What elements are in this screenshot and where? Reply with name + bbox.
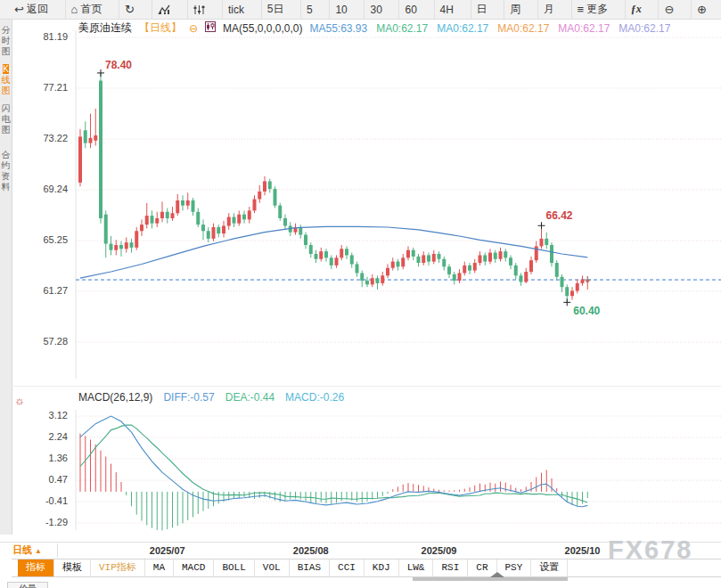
interval-5min-button[interactable]: 5 <box>300 0 318 19</box>
candle-style-icon[interactable] <box>205 21 216 35</box>
fx678-watermark: FX678 <box>608 535 692 565</box>
price-tick-label: 65.25 <box>25 234 68 245</box>
price-tick-label: 73.22 <box>25 133 68 143</box>
interval-tick-button[interactable]: tick <box>222 0 250 19</box>
interval-60min-button[interactable]: 60 <box>398 0 422 19</box>
back-button[interactable]: ↩返回 <box>9 0 53 19</box>
macd-params: MACD(26,12,9) <box>78 391 152 404</box>
more-button[interactable]: ≡更多 <box>571 0 614 19</box>
partial-bottom-tab[interactable]: 价量 <box>7 582 48 588</box>
date-tick-label: 2025/09 <box>413 545 466 556</box>
formula-button[interactable]: ƒx <box>625 0 647 19</box>
symbol-name: 美原油连续 <box>78 20 132 36</box>
macd-values: DIFF:-0.57DEA:-0.44MACD:-0.26 <box>163 391 344 404</box>
zoom-out-icon: ⊖ <box>664 4 674 15</box>
date-tick-label: 2025/08 <box>284 545 338 556</box>
back-arrow-icon: ↩ <box>14 4 24 15</box>
tab-kdj[interactable]: KDJ <box>365 559 399 576</box>
current-period-label[interactable]: 日线▲ <box>12 543 58 558</box>
home-icon: ⌂ <box>71 4 78 15</box>
macd-tick-label: 3.12 <box>25 410 68 421</box>
macd-value: MACD:-0.26 <box>285 391 344 404</box>
candles <box>78 73 589 302</box>
interval-5day-button[interactable]: 5日 <box>261 0 290 19</box>
period-tag: 【日线】 <box>139 20 182 36</box>
macd-value: DEA:-0.44 <box>225 391 274 404</box>
macd-chart[interactable] <box>12 388 721 541</box>
macd-tick-label: 2.24 <box>25 431 68 442</box>
zoom-in-icon: ⊕ <box>697 4 707 15</box>
macd-histogram <box>80 434 587 531</box>
svg-text:78.40: 78.40 <box>105 59 132 71</box>
horizontal-scrollbar-track[interactable] <box>413 577 568 581</box>
price-tick-label: 81.19 <box>25 31 68 42</box>
sidebar-item-kline-chart[interactable]: K线图 <box>0 64 12 96</box>
date-tick-label: 2025/10 <box>556 545 610 556</box>
macd-tick-label: -0.41 <box>25 495 68 506</box>
tab-ma[interactable]: MA <box>145 559 174 576</box>
sidebar-item-contract-info[interactable]: 合约资料 <box>0 150 12 192</box>
scrollbar-expand-arrow[interactable] <box>490 572 504 577</box>
refresh-button[interactable]: ↻ <box>119 0 140 19</box>
back-label: 返回 <box>27 2 48 17</box>
bar-chart-icon <box>158 4 171 15</box>
interval-day-button[interactable]: 日 <box>471 0 493 19</box>
zoom-in-button[interactable]: ⊕ <box>691 0 712 19</box>
ma-value: MA55:63.93 <box>309 22 367 35</box>
trading-chart-app: ↩返回 ⌂首页 ↻ tick 5日 5 10 30 60 4H 日 周 月 ≡更… <box>0 0 721 588</box>
tab-bias[interactable]: BIAS <box>290 559 330 576</box>
svg-text:60.40: 60.40 <box>573 305 600 317</box>
tab-vip-indicators[interactable]: VIP指标 <box>91 559 145 576</box>
macd-tick-label: 1.36 <box>25 453 68 463</box>
interval-30min-button[interactable]: 30 <box>364 0 387 19</box>
triangle-up-icon: ▲ <box>35 547 42 555</box>
pane-divider <box>12 386 721 387</box>
tab-cci[interactable]: CCI <box>330 559 365 576</box>
svg-text:66.42: 66.42 <box>546 209 573 222</box>
tab-boll[interactable]: BOLL <box>214 559 254 576</box>
collapse-icon[interactable]: ⊖ <box>189 22 198 35</box>
tab-rsi[interactable]: RSI <box>433 559 468 576</box>
price-tick-label: 69.24 <box>25 184 68 194</box>
sliders-icon <box>193 4 205 15</box>
kline-label: 线图 <box>2 75 11 95</box>
menu-icon: ≡ <box>578 4 585 15</box>
interval-week-button[interactable]: 周 <box>504 0 526 19</box>
ma-params: MA(55,0,0,0,0,0) <box>223 22 302 35</box>
tab-lw[interactable]: LW& <box>399 559 434 576</box>
price-tick-label: 61.27 <box>25 285 68 296</box>
home-button[interactable]: ⌂首页 <box>65 0 108 19</box>
ma-value: MA0:62.17 <box>437 22 488 35</box>
interval-month-button[interactable]: 月 <box>537 0 560 19</box>
zoom-out-button[interactable]: ⊖ <box>658 0 679 19</box>
macd-tick-label: -1.29 <box>25 517 68 527</box>
chart-style-button[interactable] <box>152 0 176 19</box>
top-toolbar: ↩返回 ⌂首页 ↻ tick 5日 5 10 30 60 4H 日 周 月 ≡更… <box>0 0 721 20</box>
interval-10min-button[interactable]: 10 <box>329 0 352 19</box>
fx-icon: ƒx <box>631 3 642 16</box>
date-tick-label: 2025/07 <box>141 545 194 556</box>
price-gridlines <box>76 30 721 379</box>
refresh-icon: ↻ <box>125 4 135 15</box>
tab-indicators[interactable]: 指标 <box>18 559 54 576</box>
home-label: 首页 <box>80 2 102 17</box>
sidebar-item-time-chart[interactable]: 分时图 <box>0 25 12 57</box>
kline-active-badge: K <box>3 64 9 74</box>
indicator-settings-icon[interactable]: ☼ <box>14 394 25 407</box>
tab-settings[interactable]: 设置 <box>531 559 568 576</box>
ma-value: MA0:62.17 <box>497 22 549 35</box>
tab-vol[interactable]: VOL <box>255 559 290 576</box>
interval-4h-button[interactable]: 4H <box>434 0 459 19</box>
candlestick-chart[interactable]: 78.4066.4260.40 <box>12 20 721 386</box>
price-tick-label: 57.28 <box>25 336 68 347</box>
macd-value: DIFF:-0.57 <box>163 391 214 404</box>
sidebar-item-lightning-chart[interactable]: 闪电图 <box>0 103 12 135</box>
tab-templates[interactable]: 模板 <box>54 559 91 576</box>
ma-value: MA0:62.17 <box>619 22 670 35</box>
indicator-sliders-button[interactable] <box>187 0 210 19</box>
price-tick-label: 77.21 <box>25 82 68 93</box>
chart-legend: 美原油连续 【日线】 ⊖ MA(55,0,0,0,0,0) MA55:63.93… <box>78 20 670 36</box>
tab-macd[interactable]: MACD <box>174 559 214 576</box>
chart-type-sidebar: 分时图 K线图 闪电图 合约资料 <box>0 20 12 535</box>
ma-value: MA0:62.17 <box>558 22 610 35</box>
